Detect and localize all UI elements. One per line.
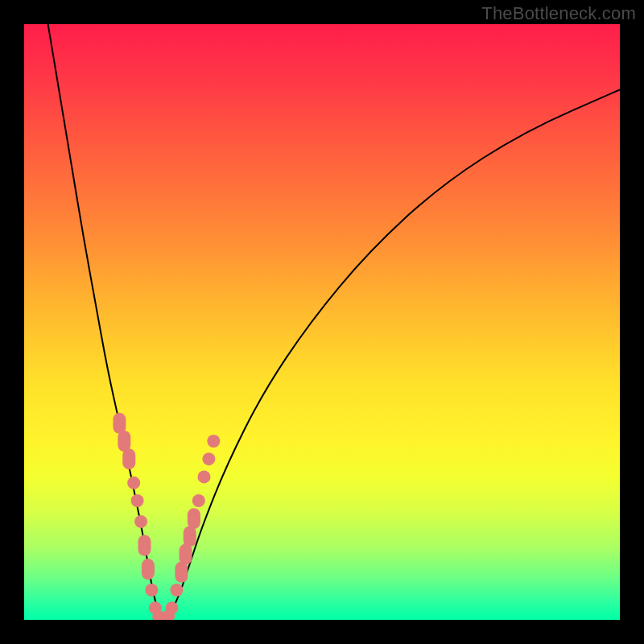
bead [170, 584, 183, 597]
bead [118, 431, 130, 452]
bead [207, 435, 220, 448]
bead [192, 494, 205, 507]
bottleneck-curve [24, 24, 620, 620]
plot-area [24, 24, 620, 620]
watermark-text: TheBottleneck.com [481, 3, 636, 24]
bead [127, 477, 140, 489]
bead [175, 562, 188, 583]
bead [131, 494, 144, 507]
bead [184, 526, 196, 547]
bead [145, 584, 158, 597]
bead [134, 515, 147, 528]
bead [188, 508, 200, 529]
bead [180, 544, 192, 565]
bead [113, 413, 126, 434]
curve-path [48, 24, 620, 620]
bead [197, 470, 210, 483]
bead-markers [113, 413, 220, 620]
bead [202, 452, 215, 465]
bead [122, 448, 135, 469]
bead [138, 535, 151, 556]
bead [142, 559, 155, 580]
